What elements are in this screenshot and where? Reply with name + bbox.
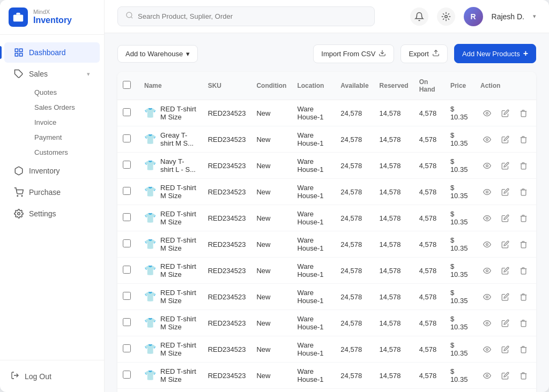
product-condition-2: New bbox=[251, 153, 292, 179]
product-onhand-4: 4,578 bbox=[414, 205, 445, 231]
edit-button-7[interactable] bbox=[499, 290, 513, 304]
product-available-1: 24,578 bbox=[335, 126, 374, 153]
product-condition-0: New bbox=[251, 100, 292, 126]
row-checkbox-7[interactable] bbox=[123, 292, 131, 300]
delete-button-10[interactable] bbox=[517, 368, 531, 382]
search-bar[interactable] bbox=[117, 6, 375, 26]
user-menu-chevron[interactable]: ▾ bbox=[533, 13, 536, 20]
row-checkbox-1[interactable] bbox=[123, 134, 131, 142]
edit-button-8[interactable] bbox=[499, 316, 513, 330]
row-checkbox-2[interactable] bbox=[123, 161, 131, 169]
export-button[interactable]: Export bbox=[400, 44, 448, 63]
col-action: Action bbox=[475, 72, 536, 100]
svg-rect-3 bbox=[20, 54, 23, 56]
view-button-5[interactable] bbox=[480, 237, 494, 251]
delete-button-6[interactable] bbox=[517, 263, 531, 277]
sidebar-item-dashboard[interactable]: Dashboard bbox=[4, 42, 100, 63]
sales-sub-nav: Quotes Sales Orders Invoice Payment Cust… bbox=[0, 85, 104, 160]
edit-button-2[interactable] bbox=[499, 159, 513, 172]
row-checkbox-4[interactable] bbox=[123, 213, 131, 221]
sidebar-item-settings[interactable]: Settings bbox=[4, 203, 100, 224]
edit-button-6[interactable] bbox=[499, 263, 513, 277]
product-reserved-1: 14,578 bbox=[374, 126, 414, 153]
sidebar-item-purchase[interactable]: Purchase bbox=[4, 182, 100, 202]
product-sku-3: RED234523 bbox=[203, 179, 251, 205]
edit-button-5[interactable] bbox=[499, 237, 513, 251]
sidebar-item-sales-orders[interactable]: Sales Orders bbox=[28, 100, 100, 115]
notification-button[interactable] bbox=[410, 7, 428, 26]
row-checkbox-5[interactable] bbox=[123, 239, 131, 247]
row-checkbox-10[interactable] bbox=[123, 371, 131, 379]
row-checkbox-8[interactable] bbox=[123, 318, 131, 326]
product-thumb-4: 👕 bbox=[144, 210, 156, 226]
logo-icon bbox=[9, 7, 28, 27]
view-button-6[interactable] bbox=[480, 263, 494, 277]
edit-button-3[interactable] bbox=[499, 185, 513, 199]
delete-button-0[interactable] bbox=[517, 106, 531, 120]
edit-button-1[interactable] bbox=[499, 132, 513, 146]
product-sku-0: RED234523 bbox=[203, 100, 251, 126]
sidebar-item-label: Purchase bbox=[29, 188, 61, 197]
products-table: Name SKU Condition Location Available Re… bbox=[117, 72, 536, 392]
delete-button-1[interactable] bbox=[517, 132, 531, 146]
delete-button-4[interactable] bbox=[517, 211, 531, 225]
delete-button-9[interactable] bbox=[517, 342, 531, 356]
product-onhand-11: 4,578 bbox=[414, 389, 445, 393]
view-button-10[interactable] bbox=[480, 368, 494, 382]
action-icons-4 bbox=[480, 211, 531, 225]
product-price-2: $ 10.35 bbox=[445, 153, 475, 179]
sidebar-item-payment[interactable]: Payment bbox=[28, 130, 100, 145]
import-csv-button[interactable]: Import From CSV bbox=[313, 44, 394, 63]
view-button-7[interactable] bbox=[480, 290, 494, 304]
row-checkbox-0[interactable] bbox=[123, 108, 131, 116]
settings-button[interactable] bbox=[437, 7, 455, 26]
table-row: 👕 RED T-shirt M Size RED234523 New Ware … bbox=[117, 284, 536, 310]
product-sku-10: RED234523 bbox=[203, 363, 251, 389]
view-button-2[interactable] bbox=[480, 159, 494, 172]
view-button-8[interactable] bbox=[480, 316, 494, 330]
delete-button-7[interactable] bbox=[517, 290, 531, 304]
search-icon bbox=[125, 11, 133, 21]
delete-button-2[interactable] bbox=[517, 159, 531, 172]
add-new-products-button[interactable]: Add New Products + bbox=[454, 44, 536, 63]
product-thumb-3: 👕 bbox=[144, 184, 156, 200]
product-price-0: $ 10.35 bbox=[445, 100, 475, 126]
search-input[interactable] bbox=[138, 12, 367, 20]
sidebar-item-quotes[interactable]: Quotes bbox=[28, 85, 100, 100]
product-price-6: $ 10.35 bbox=[445, 258, 475, 284]
view-button-0[interactable] bbox=[480, 106, 494, 120]
edit-button-4[interactable] bbox=[499, 211, 513, 225]
tag-icon bbox=[14, 69, 24, 79]
row-checkbox-9[interactable] bbox=[123, 344, 131, 352]
view-button-9[interactable] bbox=[480, 342, 494, 356]
edit-button-9[interactable] bbox=[499, 342, 513, 356]
product-reserved-4: 14,578 bbox=[374, 205, 414, 231]
delete-button-5[interactable] bbox=[517, 237, 531, 251]
delete-button-8[interactable] bbox=[517, 316, 531, 330]
logout-button[interactable]: Log Out bbox=[9, 367, 95, 386]
row-checkbox-6[interactable] bbox=[123, 266, 131, 274]
add-to-warehouse-button[interactable]: Add to Warehouse ▾ bbox=[117, 45, 198, 63]
product-cell-6: 👕 RED T-shirt M Size bbox=[144, 262, 197, 278]
delete-button-3[interactable] bbox=[517, 185, 531, 199]
sidebar-item-inventory[interactable]: Inventory bbox=[4, 161, 100, 181]
product-cell-10: 👕 RED T-shirt M Size bbox=[144, 367, 197, 383]
product-condition-4: New bbox=[251, 205, 292, 231]
logo-title: Inventory bbox=[33, 15, 72, 25]
product-location-5: Ware House-1 bbox=[292, 231, 335, 258]
product-thumb-2: 👕 bbox=[144, 157, 156, 174]
view-button-4[interactable] bbox=[480, 211, 494, 225]
product-location-4: Ware House-1 bbox=[292, 205, 335, 231]
product-thumb-9: 👕 bbox=[144, 341, 156, 357]
sidebar-item-sales[interactable]: Sales ▾ bbox=[4, 64, 100, 84]
product-cell-3: 👕 RED T-shirt M Size bbox=[144, 184, 197, 200]
edit-button-10[interactable] bbox=[499, 368, 513, 382]
row-checkbox-3[interactable] bbox=[123, 187, 131, 195]
product-thumb-0: 👕 bbox=[144, 105, 156, 121]
sidebar-item-invoice[interactable]: Invoice bbox=[28, 115, 100, 130]
edit-button-0[interactable] bbox=[499, 106, 513, 120]
view-button-1[interactable] bbox=[480, 132, 494, 146]
select-all-checkbox[interactable] bbox=[123, 81, 131, 89]
sidebar-item-customers[interactable]: Customers bbox=[28, 145, 100, 160]
view-button-3[interactable] bbox=[480, 185, 494, 199]
